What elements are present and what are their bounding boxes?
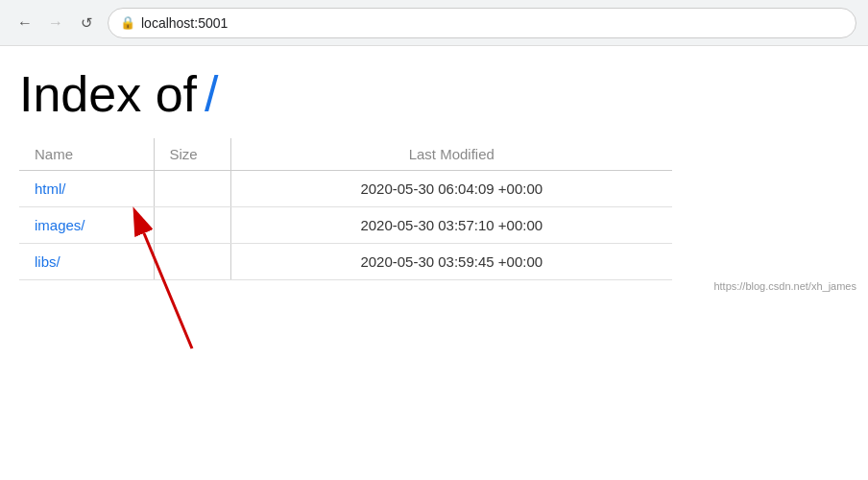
reload-button[interactable]: ↺ [73,10,100,36]
watermark: https://blog.csdn.net/xh_james [713,280,856,292]
cell-size [154,244,230,280]
col-header-modified: Last Modified [230,138,672,171]
col-header-name: Name [19,138,154,171]
cell-modified: 2020-05-30 03:59:45 +00:00 [230,244,672,280]
cell-name: libs/ [19,244,154,280]
file-link[interactable]: html/ [35,180,66,197]
col-header-size: Size [154,138,230,171]
page-title-text: Index of [19,65,197,123]
cell-size [154,207,230,244]
url-text: localhost:5001 [141,15,844,31]
address-bar[interactable]: 🔒 localhost:5001 [108,8,856,38]
page-title: Index of / [19,65,849,123]
cell-modified: 2020-05-30 03:57:10 +00:00 [230,207,672,244]
browser-chrome: ← → ↺ 🔒 localhost:5001 [0,0,868,46]
file-table: Name Size Last Modified html/2020-05-30 … [19,138,672,280]
table-row: html/2020-05-30 06:04:09 +00:00 [19,171,672,207]
cell-modified: 2020-05-30 06:04:09 +00:00 [230,171,672,207]
cell-name: html/ [19,171,154,207]
nav-buttons: ← → ↺ [12,10,100,36]
table-row: libs/2020-05-30 03:59:45 +00:00 [19,244,672,280]
cell-name: images/ [19,207,154,244]
table-row: images/2020-05-30 03:57:10 +00:00 [19,207,672,244]
back-button[interactable]: ← [12,10,38,36]
file-link[interactable]: libs/ [35,253,60,270]
table-header-row: Name Size Last Modified [19,138,672,171]
page-content: Index of / Name Size Last Modified html/… [0,46,868,300]
file-link[interactable]: images/ [35,217,85,233]
forward-button[interactable]: → [42,10,69,36]
lock-icon: 🔒 [120,15,135,30]
page-title-slash: / [205,65,218,123]
cell-size [154,171,230,207]
